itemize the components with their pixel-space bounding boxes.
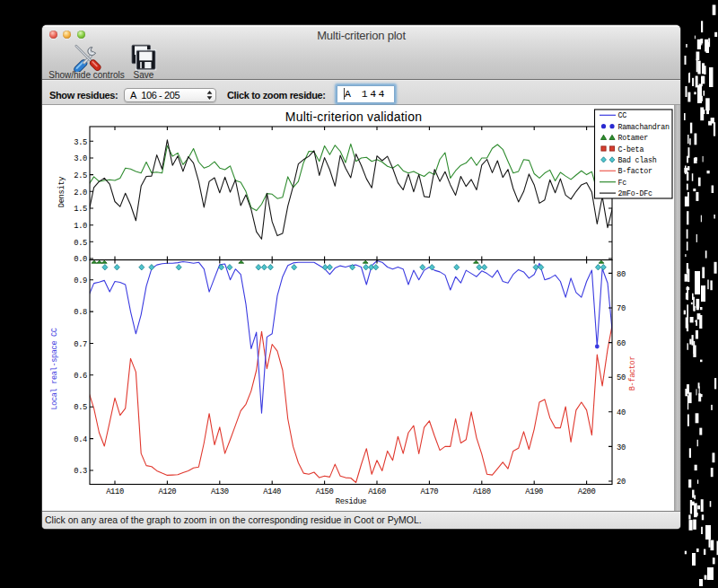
svg-text:0.0: 0.0 [74,255,87,264]
svg-text:0.5: 0.5 [74,239,87,248]
svg-text:A110: A110 [106,487,124,496]
svg-text:B-factor: B-factor [628,356,637,391]
svg-text:A150: A150 [316,487,334,496]
svg-text:0.7: 0.7 [74,340,87,349]
svg-text:0.5: 0.5 [74,403,87,412]
svg-text:3.5: 3.5 [74,138,87,147]
svg-text:0.3: 0.3 [74,467,87,476]
svg-text:A200: A200 [578,487,596,496]
svg-text:20: 20 [617,478,626,487]
svg-text:Residue: Residue [336,497,367,506]
svg-text:0.9: 0.9 [74,276,87,285]
svg-text:A160: A160 [368,487,386,496]
svg-text:A130: A130 [211,487,229,496]
svg-text:3.0: 3.0 [74,154,87,163]
svg-text:A190: A190 [525,487,543,496]
svg-text:0.4: 0.4 [74,435,87,444]
svg-text:Local real-space CC: Local real-space CC [50,328,59,409]
svg-text:A170: A170 [421,487,439,496]
svg-text:0.6: 0.6 [74,372,87,381]
svg-text:1.5: 1.5 [74,205,87,214]
svg-text:2.0: 2.0 [74,189,87,197]
svg-text:2.5: 2.5 [74,171,87,180]
svg-text:A120: A120 [159,487,177,496]
svg-text:40: 40 [617,408,626,417]
svg-text:A180: A180 [473,487,491,496]
svg-text:Rotamer: Rotamer [618,134,649,142]
svg-text:A140: A140 [263,487,281,496]
svg-text:2mFo-DFc: 2mFo-DFc [618,189,652,197]
svg-text:60: 60 [617,339,626,348]
svg-text:0.8: 0.8 [74,308,87,317]
svg-text:Bad clash: Bad clash [618,156,657,164]
svg-text:Ramachandran: Ramachandran [618,123,670,131]
svg-text:Fc: Fc [618,179,627,187]
svg-text:30: 30 [617,443,626,452]
svg-text:80: 80 [617,270,626,279]
svg-text:50: 50 [617,373,626,382]
svg-text:B-factor: B-factor [618,167,652,175]
svg-text:Density: Density [57,177,66,208]
svg-text:70: 70 [617,304,626,313]
svg-text:C-beta: C-beta [618,145,644,154]
svg-text:CC: CC [618,111,627,119]
svg-text:1.0: 1.0 [74,222,87,231]
svg-text:Multi-criterion validation: Multi-criterion validation [285,110,422,124]
